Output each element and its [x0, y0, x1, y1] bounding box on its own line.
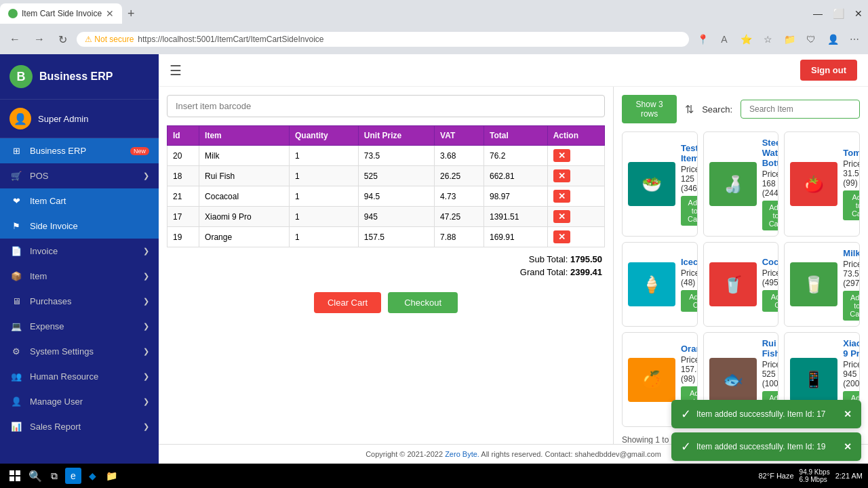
notification: ✓ Item added successfully. Item Id: 17 ✕ [671, 400, 861, 428]
sidebar-item-item[interactable]: 📦 Item ❯ [0, 264, 159, 289]
cell-vat: 47.25 [435, 207, 484, 227]
taskbar-browser[interactable]: e [65, 468, 81, 484]
sidebar-item-business-erp[interactable]: ⊞ Business ERP New [0, 138, 159, 163]
tab-close-btn[interactable]: ✕ [106, 8, 114, 19]
user-name: Super Admin [38, 114, 88, 124]
menu-icon[interactable]: ⋯ [846, 31, 863, 47]
sort-icon[interactable]: ⇅ [685, 103, 694, 116]
sidebar-label-purchases: Purchases [30, 296, 71, 306]
cell-vat: 26.25 [435, 166, 484, 186]
rights-text: All rights reserved. Contact: shahedbdde… [481, 450, 661, 458]
item-info: Milk Price: 73.5 (297) Add to Cart [843, 248, 860, 321]
cell-action: ✕ [547, 227, 604, 247]
remove-btn[interactable]: ✕ [553, 149, 570, 162]
maximize-btn[interactable]: ⬜ [829, 4, 848, 23]
add-to-cart-button[interactable]: Add to Cart [843, 291, 860, 321]
start-button[interactable] [5, 466, 24, 485]
remove-btn[interactable]: ✕ [553, 190, 570, 203]
taskbar-search[interactable]: 🔍 [27, 468, 43, 484]
cell-id: 20 [167, 146, 199, 166]
reload-btn[interactable]: ↻ [54, 32, 71, 47]
item-price: Price: 157.5 (98) [681, 355, 698, 384]
cell-qty: 1 [290, 186, 359, 207]
sidebar-item-manage-user[interactable]: 👤 Manage User ❯ [0, 389, 159, 414]
favorites-icon[interactable]: ☆ [760, 31, 776, 47]
remove-btn[interactable]: ✕ [553, 169, 570, 182]
add-to-cart-button[interactable]: Add to Cart [843, 190, 860, 220]
item-thumbnail: 🥗 [628, 162, 675, 206]
item-price: Price: 94.5 (495) [762, 268, 779, 287]
item-name: Test Items [681, 143, 698, 163]
taskbar-explorer[interactable]: 📁 [103, 468, 119, 484]
minimize-btn[interactable]: — [808, 4, 827, 23]
check-icon: ✓ [681, 439, 691, 454]
sidebar-item-purchases[interactable]: 🖥 Purchases ❯ [0, 289, 159, 314]
cell-item: Rui Fish [199, 166, 290, 186]
cell-qty: 1 [290, 146, 359, 166]
item-price: Price: 31.5 (99) [843, 159, 860, 188]
shield-icon[interactable]: 🛡 [803, 31, 819, 47]
sidebar-logo: B Business ERP [0, 54, 159, 100]
sidebar-item-human-resource[interactable]: 👥 Human Resource ❯ [0, 364, 159, 389]
sidebar-item-expense[interactable]: 💻 Expense ❯ [0, 314, 159, 339]
sidebar-item-invoice[interactable]: 📄 Invoice ❯ [0, 239, 159, 264]
notification-close[interactable]: ✕ [844, 409, 852, 420]
table-row: 19 Orange 1 157.5 7.88 169.91 ✕ [167, 227, 605, 247]
remove-btn[interactable]: ✕ [553, 210, 570, 223]
warning-icon: ⚠ Not secure [85, 35, 134, 44]
tab-favicon [8, 9, 18, 18]
taskbar-vscode[interactable]: ◆ [84, 468, 100, 484]
close-btn[interactable]: ✕ [849, 4, 868, 23]
search-input[interactable] [741, 100, 860, 119]
extensions-icon[interactable]: ⭐ [738, 31, 754, 47]
topbar: ☰ Sign out [159, 54, 868, 87]
barcode-input[interactable] [167, 95, 605, 117]
table-row: 18 Rui Fish 1 525 26.25 662.81 ✕ [167, 166, 605, 186]
add-to-cart-button[interactable]: Add to Cart [762, 290, 779, 312]
sidebar-item-pos[interactable]: 🛒 POS ❯ [0, 163, 159, 188]
sign-out-button[interactable]: Sign out [800, 60, 857, 81]
taskbar-task-view[interactable]: ⧉ [46, 468, 62, 484]
new-tab-btn[interactable]: + [122, 7, 140, 21]
add-to-cart-button[interactable]: Add to Cart [681, 196, 698, 226]
active-tab[interactable]: Item Cart Side Invoice ✕ [0, 3, 122, 24]
checkout-button[interactable]: Checkout [388, 292, 458, 313]
item-info: Test Items Price: 125 (346) Add to Cart [681, 143, 698, 226]
back-btn[interactable]: ← [5, 32, 24, 47]
profile-icon[interactable]: 👤 [825, 31, 841, 47]
item-price: Price: 125 (346) [681, 165, 698, 193]
clear-cart-button[interactable]: Clear Cart [314, 292, 381, 313]
purchases-icon: 🖥 [9, 296, 23, 306]
forward-btn[interactable]: → [30, 32, 49, 47]
sidebar-item-sales-report[interactable]: 📊 Sales Report ❯ [0, 414, 159, 439]
address-input-container[interactable]: ⚠ Not secure https://localhost:5001/Item… [77, 32, 689, 47]
hr-icon: 👥 [9, 371, 23, 382]
add-to-cart-button[interactable]: Add to Cart [681, 290, 698, 312]
add-to-cart-button[interactable]: Add to Cart [762, 201, 779, 230]
hamburger-menu[interactable]: ☰ [170, 62, 182, 79]
item-arrow: ❯ [143, 272, 149, 281]
show-rows-button[interactable]: Show 3 rows [622, 95, 677, 123]
brand-link[interactable]: Zero Byte. [445, 450, 479, 458]
item-info: Steel Water Bottle Price: 168 (244) Add … [762, 138, 779, 230]
sidebar-item-item-cart[interactable]: ❤ Item Cart [0, 188, 159, 214]
side-invoice-icon: ⚑ [9, 221, 23, 231]
sidebar-label-manage-user: Manage User [30, 396, 83, 407]
location-icon[interactable]: 📍 [694, 31, 711, 47]
table-row: 20 Milk 1 73.5 3.68 76.2 ✕ [167, 146, 605, 166]
sales-report-icon: 📊 [9, 422, 23, 432]
sidebar-label-item-cart: Item Cart [30, 196, 66, 206]
svg-rect-0 [9, 470, 14, 475]
tab-bar: Item Cart Side Invoice ✕ + — ⬜ ✕ [0, 0, 868, 24]
new-badge: New [130, 147, 149, 155]
grand-total: Grand Total: 2399.41 [170, 267, 602, 277]
svg-rect-3 [16, 476, 20, 481]
notification-close[interactable]: ✕ [844, 441, 852, 452]
remove-btn[interactable]: ✕ [553, 230, 570, 243]
table-row: 21 Cocacoal 1 94.5 4.73 98.97 ✕ [167, 186, 605, 207]
sidebar-item-side-invoice[interactable]: ⚑ Side Invoice [0, 214, 159, 239]
sidebar-item-system-settings[interactable]: ⚙ System Settings ❯ [0, 339, 159, 364]
reader-icon[interactable]: A [716, 31, 732, 47]
copyright-text: Copyright © 2021-2022 [366, 450, 443, 458]
collections-icon[interactable]: 📁 [781, 31, 797, 47]
